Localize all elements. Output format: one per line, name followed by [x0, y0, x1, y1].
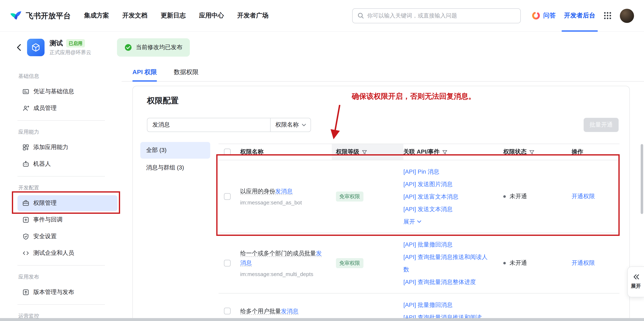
api-link[interactable]: [API] 发送文本消息 [404, 203, 491, 215]
row-checkbox[interactable] [224, 193, 230, 200]
permission-code: im:message:send_as_bot [240, 199, 324, 206]
sidebar-item-events[interactable]: 事件与回调 [18, 212, 118, 228]
col-header-label: 权限等级 [336, 148, 359, 156]
permission-code: im:message:send_multi_depts [240, 270, 324, 278]
api-link[interactable]: [API] 批量撤回消息 [404, 298, 491, 311]
sidebar-item-label: 成员管理 [33, 104, 56, 112]
api-link[interactable]: [API] 查询批量消息整体进度 [404, 276, 491, 288]
nav-link-docs[interactable]: 开发文档 [122, 12, 147, 20]
permission-name[interactable]: 给多个用户批量发消息 [240, 308, 298, 314]
sidebar-item-members[interactable]: 成员管理 [18, 100, 118, 116]
sidebar-item-test-org[interactable]: 测试企业和人员 [18, 245, 118, 261]
category-message-group[interactable]: 消息与群组 (3) [140, 160, 210, 176]
level-badge: 免审权限 [336, 258, 364, 268]
shield-check-icon [22, 233, 29, 240]
sidebar: 基础信息 凭证与基础信息 成员管理 应用能力 添加应用能力 [0, 63, 122, 321]
sidebar-item-version[interactable]: 版本管理与发布 [18, 284, 118, 300]
permission-tabbar: API 权限 数据权限 [122, 63, 644, 82]
feishu-open-platform-console: 飞书开放平台 集成方案 开发文档 更新日志 应用中心 开发者广场 [0, 0, 644, 321]
publish-status: 当前修改均已发布 [117, 38, 190, 56]
select-all-checkbox[interactable] [224, 149, 230, 155]
permission-name[interactable]: 给一个或多个部门的成员批量发消息 [240, 250, 322, 266]
sidebar-item-credentials[interactable]: 凭证与基础信息 [18, 84, 118, 100]
permission-row-send-multi-users: 给多个用户批量发消息 [API] 批量撤回消息 [API] 查询批量消息推送和阅… [218, 294, 620, 321]
row-checkbox[interactable] [224, 308, 230, 314]
row-checkbox[interactable] [224, 260, 230, 266]
app-name: 测试 [50, 39, 63, 48]
permission-config-card: 权限配置 权限名称 批量开通 全部 (3) 消息与群组 (3) [132, 86, 630, 321]
credential-icon [22, 88, 29, 95]
batch-open-button[interactable]: 批量开通 [584, 118, 618, 132]
developer-console-link[interactable]: 开发者后台 [564, 0, 595, 32]
app-icon [27, 39, 44, 56]
apps-grid-icon[interactable] [604, 12, 612, 20]
nav-link-changelog[interactable]: 更新日志 [161, 12, 186, 20]
sidebar-item-bot[interactable]: 机器人 [18, 156, 118, 172]
col-header-label: 权限状态 [503, 148, 526, 156]
sidebar-item-label: 添加应用能力 [33, 144, 68, 151]
main-content: API 权限 数据权限 权限配置 权限名称 批量开通 全部 (3) 消息 [122, 63, 644, 321]
sidebar-item-label: 安全设置 [33, 233, 56, 240]
expand-panel-button[interactable]: 展开 [627, 266, 644, 297]
col-header-apis[interactable]: 关联 API/事件 [404, 144, 502, 160]
api-link[interactable]: [API] 批量撤回消息 [404, 238, 491, 251]
col-header-action: 操作 [570, 144, 620, 160]
status-dot-icon [503, 262, 506, 264]
api-link[interactable]: [API] 发送富文本消息 [404, 190, 491, 203]
sidebar-divider [18, 304, 105, 305]
enabled-badge: 已启用 [66, 39, 85, 48]
global-search[interactable] [352, 8, 521, 23]
filter-icon [362, 149, 367, 155]
open-permission-link[interactable]: 开通权限 [572, 260, 595, 266]
permission-name-text: 给多个用户批量 [240, 308, 281, 314]
search-icon [358, 12, 364, 19]
publish-status-text: 当前修改均已发布 [136, 44, 182, 51]
sidebar-item-label: 凭证与基础信息 [33, 88, 74, 95]
nav-link-app-center[interactable]: 应用中心 [199, 12, 224, 20]
check-circle-icon [124, 44, 132, 51]
col-header-status[interactable]: 权限状态 [502, 144, 570, 160]
status-dot-icon [503, 195, 506, 198]
sidebar-section-basic: 基础信息 [18, 69, 118, 84]
api-link[interactable]: [API] Pin 消息 [404, 165, 491, 178]
sidebar-item-label: 测试企业和人员 [33, 250, 74, 257]
nav-link-dev-plaza[interactable]: 开发者广场 [237, 12, 268, 20]
api-link[interactable]: [API] 查询批量消息推送和阅读人数 [404, 251, 491, 276]
tab-api-permission[interactable]: API 权限 [132, 63, 157, 81]
expand-apis-link[interactable]: 展开 [404, 215, 491, 228]
sidebar-item-security[interactable]: 安全设置 [18, 228, 118, 244]
sidebar-item-permission[interactable]: 权限管理 [18, 195, 118, 211]
permission-name-highlight: 发消息 [275, 188, 293, 194]
permission-search-input[interactable] [147, 118, 270, 132]
col-header-level[interactable]: 权限等级 [332, 144, 404, 160]
tab-label: API 权限 [132, 68, 157, 76]
open-permission-link[interactable]: 开通权限 [572, 193, 595, 200]
code-brackets-icon [22, 250, 29, 256]
window-bottom-edge [0, 318, 644, 321]
global-search-input[interactable] [367, 12, 515, 19]
status-text: 未开通 [510, 193, 527, 200]
tab-data-permission[interactable]: 数据权限 [174, 63, 198, 81]
sidebar-item-add-capability[interactable]: 添加应用能力 [18, 140, 118, 155]
permission-icon [22, 200, 29, 206]
permissions-table: 权限名称 权限等级 关联 API/事件 权限状态 操作 [218, 144, 620, 321]
avatar[interactable] [620, 8, 634, 23]
back-icon[interactable] [17, 44, 21, 51]
qa-label: 问答 [543, 12, 556, 20]
category-all[interactable]: 全部 (3) [140, 142, 210, 159]
chevron-down-icon [302, 124, 306, 126]
sidebar-divider [18, 265, 105, 266]
permission-name[interactable]: 以应用的身份发消息 [240, 188, 293, 195]
brand-name: 飞书开放平台 [26, 10, 71, 20]
scrollbar[interactable] [641, 144, 643, 214]
api-link[interactable]: [API] 发送图片消息 [404, 178, 491, 190]
qa-link[interactable]: 问答 [532, 11, 556, 20]
bot-icon [22, 161, 29, 167]
brand[interactable]: 飞书开放平台 [10, 10, 71, 21]
sidebar-section-dev-config: 开发配置 [18, 181, 118, 195]
nav-link-integration[interactable]: 集成方案 [84, 12, 109, 20]
sidebar-divider [18, 120, 105, 121]
permission-search-group: 权限名称 [147, 118, 311, 132]
tab-label: 数据权限 [174, 68, 198, 76]
permission-filter-select[interactable]: 权限名称 [270, 118, 311, 132]
